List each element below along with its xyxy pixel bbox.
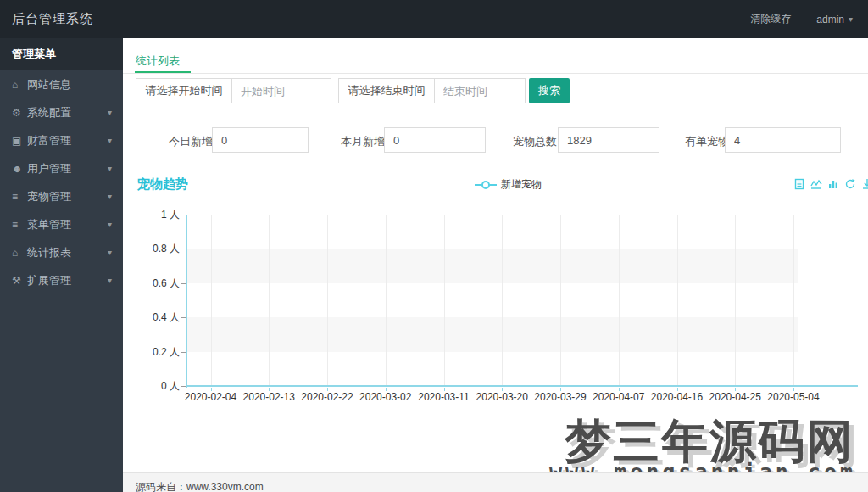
sidebar-item-label: 扩展管理 xyxy=(27,273,71,288)
cogs-icon: ⚙ xyxy=(12,107,27,119)
gridline-vertical xyxy=(386,215,387,386)
chevron-down-icon: ▾ xyxy=(108,220,112,229)
sidebar-item-label: 用户管理 xyxy=(27,161,71,176)
stat-label-2: 宠物总数 xyxy=(513,134,557,148)
bar-chart-icon[interactable] xyxy=(827,178,839,190)
split-band xyxy=(186,317,798,351)
stat-label-3: 有单宠物 xyxy=(685,134,729,148)
sidebar-item-1[interactable]: ⚙系统配置▾ xyxy=(0,98,123,126)
gridline-vertical xyxy=(560,215,561,386)
sidebar-item-6[interactable]: ⌂统计报表▾ xyxy=(0,238,123,266)
tab-statistics-list[interactable]: 统计列表 xyxy=(136,53,180,71)
clear-cache-link[interactable]: 清除缓存 xyxy=(750,12,791,26)
chevron-down-icon: ▾ xyxy=(108,164,112,173)
y-axis-label: 0.2 人 xyxy=(136,345,180,360)
y-axis-label: 0.8 人 xyxy=(136,242,180,256)
gridline-vertical xyxy=(677,215,678,386)
top-navbar: 后台管理系统 清除缓存 admin ▾ xyxy=(0,0,868,38)
chevron-down-icon: ▾ xyxy=(108,136,112,145)
list-icon: ≡ xyxy=(12,219,27,231)
sidebar-item-2[interactable]: ▣财富管理▾ xyxy=(0,126,123,154)
legend-line-marker-icon xyxy=(475,180,497,190)
tabbar-divider xyxy=(123,73,868,74)
users-icon: ☻ xyxy=(12,163,27,175)
y-axis-line xyxy=(186,215,187,388)
stat-value-input-2[interactable] xyxy=(558,127,659,153)
chevron-down-icon: ▾ xyxy=(849,14,853,24)
sidebar-item-label: 系统配置 xyxy=(27,105,71,120)
chart-title: 宠物趋势 xyxy=(137,176,188,193)
sidebar-item-label: 菜单管理 xyxy=(27,217,71,232)
stat-value-input-3[interactable] xyxy=(725,127,841,153)
gridline-vertical xyxy=(269,215,270,386)
gridline-vertical xyxy=(211,215,212,386)
sidebar: 管理菜单 ⌂网站信息⚙系统配置▾▣财富管理▾☻用户管理▾≡宠物管理▾≡菜单管理▾… xyxy=(0,38,123,492)
y-axis-label: 0 人 xyxy=(136,379,180,394)
home-icon: ⌂ xyxy=(12,79,27,91)
username: admin xyxy=(816,14,844,25)
split-band xyxy=(186,215,798,249)
app-title: 后台管理系统 xyxy=(12,11,93,27)
legend-item-new-pets[interactable]: 新增宠物 xyxy=(475,177,542,192)
sidebar-item-7[interactable]: ⚒扩展管理▾ xyxy=(0,266,123,294)
chevron-down-icon: ▾ xyxy=(108,248,112,257)
legend-label: 新增宠物 xyxy=(501,177,542,192)
sidebar-menu: ⌂网站信息⚙系统配置▾▣财富管理▾☻用户管理▾≡宠物管理▾≡菜单管理▾⌂统计报表… xyxy=(0,70,123,294)
x-axis-line xyxy=(186,385,858,387)
chevron-down-icon: ▾ xyxy=(108,108,112,117)
list-icon: ≡ xyxy=(12,191,27,203)
end-time-addon-label: 请选择结束时间 xyxy=(338,78,435,103)
start-time-addon-label: 请选择开始时间 xyxy=(136,78,232,103)
wrench-icon: ⚒ xyxy=(12,275,27,287)
split-band xyxy=(186,352,798,386)
section-divider xyxy=(123,115,868,115)
y-axis-label: 0.6 人 xyxy=(136,277,180,291)
x-axis-label: 2020-05-04 xyxy=(757,391,830,403)
sidebar-item-label: 统计报表 xyxy=(27,245,71,260)
end-time-input[interactable] xyxy=(434,78,526,103)
line-chart-icon[interactable] xyxy=(810,178,822,190)
sidebar-header[interactable]: 管理菜单 xyxy=(0,38,123,70)
footer-source-text: 源码来自：www.330vm.com xyxy=(136,480,264,492)
sidebar-item-label: 宠物管理 xyxy=(27,189,71,204)
gridline-vertical xyxy=(793,215,794,386)
gridline-vertical xyxy=(327,215,328,386)
sidebar-item-3[interactable]: ☻用户管理▾ xyxy=(0,154,123,182)
user-menu[interactable]: admin ▾ xyxy=(816,14,853,25)
gridline-vertical xyxy=(444,215,445,386)
gridline-vertical xyxy=(502,215,503,386)
stat-value-input-1[interactable] xyxy=(384,127,486,153)
sidebar-item-label: 财富管理 xyxy=(27,133,71,148)
sidebar-item-0[interactable]: ⌂网站信息 xyxy=(0,70,123,98)
data-view-icon[interactable] xyxy=(793,178,805,190)
stat-label-1: 本月新增 xyxy=(341,134,385,148)
sidebar-item-5[interactable]: ≡菜单管理▾ xyxy=(0,210,123,238)
save-image-icon[interactable] xyxy=(861,178,868,190)
chart-toolbox xyxy=(793,178,868,190)
gridline-vertical xyxy=(619,215,620,386)
gridline-vertical xyxy=(735,215,736,386)
stat-value-input-0[interactable] xyxy=(212,127,309,153)
y-axis-label: 0.4 人 xyxy=(136,310,180,325)
chevron-down-icon: ▾ xyxy=(108,276,112,285)
home-icon: ⌂ xyxy=(12,247,27,259)
start-time-input[interactable] xyxy=(231,78,331,103)
split-band xyxy=(186,249,798,282)
sidebar-item-4[interactable]: ≡宠物管理▾ xyxy=(0,182,123,210)
split-band xyxy=(186,283,798,317)
search-button[interactable]: 搜索 xyxy=(529,78,570,103)
chevron-down-icon: ▾ xyxy=(108,192,112,201)
y-axis-label: 1 人 xyxy=(136,208,180,222)
sidebar-item-label: 网站信息 xyxy=(27,77,71,92)
stat-label-0: 今日新增 xyxy=(169,134,213,148)
restore-icon[interactable] xyxy=(844,178,856,190)
money-icon: ▣ xyxy=(12,135,27,147)
